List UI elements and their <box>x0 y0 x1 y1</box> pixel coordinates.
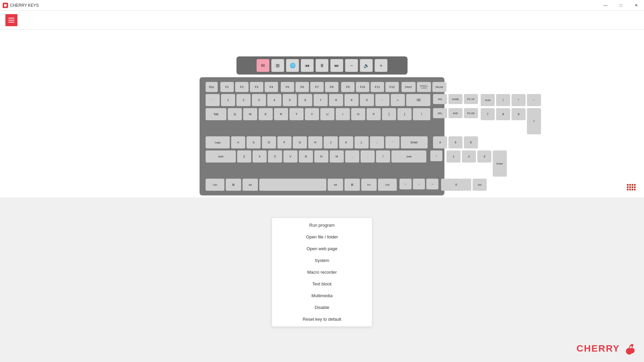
key-f6[interactable]: F6 <box>296 82 309 92</box>
key-p[interactable]: P <box>367 108 381 120</box>
media-key-next[interactable]: ⏭ <box>330 59 343 72</box>
key-s[interactable]: S <box>247 136 261 148</box>
key-y[interactable]: Y <box>305 108 319 120</box>
key-a[interactable]: A <box>231 136 245 148</box>
grid-icon-button[interactable] <box>625 181 637 193</box>
key-print[interactable]: PRINT <box>401 82 416 92</box>
key-d[interactable]: D <box>262 136 276 148</box>
key-f11[interactable]: F11 <box>371 82 384 92</box>
key-pause[interactable]: PAUSE <box>432 82 446 92</box>
maximize-button[interactable]: □ <box>613 0 629 11</box>
key-f8[interactable]: F8 <box>325 82 338 92</box>
key-home[interactable]: HOME <box>448 94 463 104</box>
key-insert[interactable]: INS <box>433 94 447 104</box>
minimize-button[interactable]: — <box>598 0 613 11</box>
key-arrow-right[interactable]: → <box>426 179 438 189</box>
key-2[interactable]: 2 <box>236 94 251 106</box>
key-q[interactable]: Q <box>228 108 242 120</box>
key-0[interactable]: 0 <box>360 94 374 106</box>
key-num-slash[interactable]: / <box>496 94 510 106</box>
key-right-ctrl[interactable]: Ctrl <box>378 179 397 191</box>
key-arrow-left[interactable]: ← <box>399 179 412 189</box>
key-9[interactable]: 9 <box>344 94 359 106</box>
key-6[interactable]: 6 <box>298 94 312 106</box>
key-7[interactable]: 7 <box>314 94 328 106</box>
dropdown-item-multimedia[interactable]: Multimedia <box>272 290 372 302</box>
key-8[interactable]: 8 <box>329 94 343 106</box>
cherry-logo[interactable]: CHERRY <box>577 342 636 355</box>
dropdown-item-text-block[interactable]: Text block <box>272 278 372 290</box>
key-num5[interactable]: 5 <box>448 136 463 148</box>
key-backtick[interactable]: ` <box>206 94 220 106</box>
key-esc[interactable]: Esc <box>206 82 218 92</box>
key-left-shift[interactable]: Shift <box>206 150 236 163</box>
key-t[interactable]: T <box>289 108 304 120</box>
key-r[interactable]: R <box>274 108 288 120</box>
key-pgdn[interactable]: PG DN <box>464 108 478 118</box>
media-key-email[interactable]: ✉ <box>257 59 269 72</box>
key-right-shift[interactable]: Shift <box>391 150 426 163</box>
key-num-lock[interactable]: NUM <box>481 94 495 106</box>
key-left-win[interactable]: ⊞ <box>226 179 241 191</box>
key-num-star[interactable]: * <box>512 94 526 106</box>
key-f10[interactable]: F10 <box>356 82 369 92</box>
key-k[interactable]: K <box>339 136 353 148</box>
key-num1[interactable]: 1 <box>446 150 461 163</box>
key-num2[interactable]: 2 <box>462 150 476 163</box>
key-equals[interactable]: = <box>391 94 405 106</box>
key-num3[interactable]: 3 <box>477 150 491 163</box>
dropdown-item-disable[interactable]: Disable <box>272 302 372 313</box>
dropdown-item-open-web[interactable]: Open web page <box>272 243 372 255</box>
key-end[interactable]: END <box>448 108 463 118</box>
key-arrow-up[interactable]: ↑ <box>430 150 442 161</box>
key-f12[interactable]: F12 <box>385 82 399 92</box>
close-button[interactable]: ✕ <box>629 0 644 11</box>
key-num8[interactable]: 8 <box>496 108 510 120</box>
media-key-voldown[interactable]: 🔈 <box>360 59 373 72</box>
key-num4[interactable]: 4 <box>433 136 447 148</box>
key-num7[interactable]: 7 <box>481 108 495 120</box>
key-num6[interactable]: 6 <box>464 136 478 148</box>
media-key-calculator[interactable]: ⊞ <box>271 59 284 72</box>
key-del[interactable]: DEL <box>433 108 447 118</box>
key-rbracket[interactable]: ] <box>397 108 412 120</box>
key-backspace[interactable]: ⌫ <box>406 94 430 106</box>
key-period[interactable]: . <box>361 150 375 163</box>
key-n[interactable]: N <box>314 150 328 163</box>
key-tab[interactable]: Tab <box>206 108 226 120</box>
key-space[interactable] <box>259 179 326 191</box>
key-f2[interactable]: F2 <box>235 82 249 92</box>
key-v[interactable]: V <box>283 150 298 163</box>
key-num9[interactable]: 9 <box>512 108 526 120</box>
key-f3[interactable]: F3 <box>250 82 263 92</box>
key-arrow-down[interactable]: ↓ <box>413 179 425 189</box>
key-x[interactable]: X <box>253 150 267 163</box>
key-o[interactable]: O <box>351 108 365 120</box>
key-comma[interactable]: , <box>345 150 359 163</box>
key-i[interactable]: I <box>336 108 350 120</box>
key-h[interactable]: H <box>308 136 322 148</box>
key-g[interactable]: G <box>293 136 307 148</box>
key-caps-lock[interactable]: Caps <box>206 136 230 148</box>
media-key-mute[interactable]: − <box>345 59 358 72</box>
dropdown-item-reset[interactable]: Reset key to default <box>272 313 372 325</box>
key-right-alt[interactable]: Alt <box>328 179 343 191</box>
key-z[interactable]: Z <box>237 150 251 163</box>
key-minus[interactable]: - <box>375 94 389 106</box>
dropdown-item-macro[interactable]: Macro recorder <box>272 266 372 278</box>
key-num0[interactable]: 0 <box>441 179 471 191</box>
dropdown-item-open-file[interactable]: Open file / folder <box>272 231 372 243</box>
key-enter[interactable]: Enter <box>401 136 428 148</box>
key-m[interactable]: M <box>330 150 344 163</box>
media-key-prev[interactable]: ⏮ <box>301 59 314 72</box>
key-quote[interactable]: ' <box>385 136 399 148</box>
key-num-plus[interactable]: + <box>527 108 541 134</box>
key-c[interactable]: C <box>268 150 282 163</box>
key-f1[interactable]: F1 <box>220 82 234 92</box>
key-1[interactable]: 1 <box>221 94 235 106</box>
key-3[interactable]: 3 <box>252 94 266 106</box>
key-backslash[interactable]: \ <box>413 108 430 120</box>
key-fn[interactable]: Fn <box>361 179 377 191</box>
key-num-del[interactable]: Del <box>473 179 487 191</box>
key-left-ctrl[interactable]: Ctrl <box>206 179 224 191</box>
